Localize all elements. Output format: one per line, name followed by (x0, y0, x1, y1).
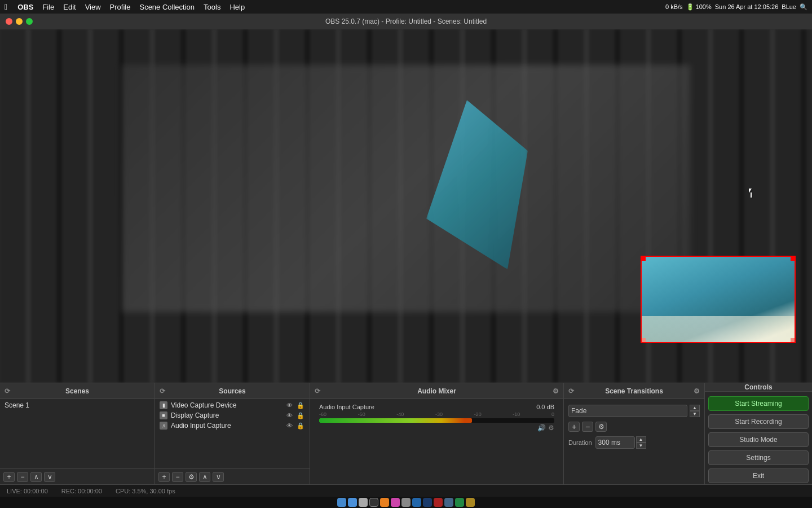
source-display-eye-icon[interactable]: 👁 (285, 412, 294, 419)
audio-track-1-header: Audio Input Capture 0.0 dB (319, 404, 554, 410)
audio-refresh-icon[interactable]: ⟳ (315, 387, 320, 395)
dock-icon-10[interactable] (444, 498, 453, 507)
dock-icon-5[interactable] (391, 498, 400, 507)
corner-handle-tl[interactable] (641, 256, 646, 261)
audio-panel-title: Audio Mixer (417, 387, 456, 395)
sources-move-up-button[interactable]: ∧ (199, 472, 210, 482)
menu-obs[interactable]: OBS (13, 0, 38, 14)
transitions-panel-title: Scene Transitions (605, 387, 663, 395)
source-item-display[interactable]: ■ Display Capture 👁 🔒 (155, 410, 310, 421)
duration-label: Duration (568, 439, 592, 446)
audio-panel-header: ⟳ Audio Mixer ⚙ (310, 383, 563, 399)
menubar-user: BLue (782, 3, 796, 10)
exit-button[interactable]: Exit (708, 468, 809, 483)
content-area: ⟳ Scenes Scene 1 + − ∧ ∨ ⟳ (0, 29, 812, 497)
transition-remove-button[interactable]: − (582, 422, 593, 432)
menu-scene-collection[interactable]: Scene Collection (135, 0, 199, 14)
sources-remove-button[interactable]: − (172, 472, 183, 482)
controls-panel-header: Controls (705, 383, 812, 392)
corner-handle-tr[interactable] (791, 256, 795, 261)
menubar:  OBS File Edit View Profile Scene Colle… (0, 0, 812, 14)
menubar-spotlight-icon[interactable]: 🔍 (800, 3, 807, 11)
sources-settings-button[interactable]: ⚙ (186, 472, 197, 482)
duration-down-button[interactable]: ▼ (636, 443, 646, 449)
close-button[interactable] (6, 18, 12, 25)
transition-controls: Fade ▲ ▼ + − ⚙ Duration (564, 400, 704, 453)
minimize-button[interactable] (16, 18, 23, 25)
bottom-panels: ⟳ Scenes Scene 1 + − ∧ ∨ ⟳ (0, 383, 812, 484)
dock-icon-12[interactable] (466, 498, 475, 507)
cpu-status: CPU: 3.5%, 30.00 fps (116, 488, 175, 494)
transition-toolbar: + − ⚙ (568, 422, 700, 432)
transition-down-button[interactable]: ▼ (690, 411, 700, 417)
menu-help[interactable]: Help (225, 0, 249, 14)
scenes-refresh-icon[interactable]: ⟳ (5, 387, 10, 395)
sources-move-down-button[interactable]: ∨ (213, 472, 224, 482)
dock-icon-9[interactable] (434, 498, 443, 507)
dock-icon-11[interactable] (455, 498, 464, 507)
menu-profile[interactable]: Profile (105, 0, 135, 14)
dock-chrome-icon[interactable] (348, 498, 357, 507)
transitions-panel: ⟳ Scene Transitions ⚙ Fade ▲ ▼ (564, 383, 705, 484)
transition-up-button[interactable]: ▲ (690, 405, 700, 411)
source-video-label: Video Capture Device (171, 401, 237, 409)
dock-terminal-icon[interactable] (369, 498, 378, 507)
source-display-lock-icon[interactable]: 🔒 (296, 412, 305, 419)
audio-track-1-db: 0.0 dB (536, 404, 554, 410)
controls-panel: Controls Start Streaming Start Recording… (705, 383, 812, 484)
sources-refresh-icon[interactable]: ⟳ (160, 387, 165, 395)
transitions-settings-icon[interactable]: ⚙ (694, 387, 700, 395)
audio-meter (319, 418, 554, 423)
source-video-eye-icon[interactable]: 👁 (285, 402, 294, 409)
source-audio-controls: 👁 🔒 (285, 422, 305, 430)
dock-icon-7[interactable] (412, 498, 421, 507)
audio-settings-icon[interactable]: ⚙ (553, 387, 559, 395)
window-title: OBS 25.0.7 (mac) - Profile: Untitled - S… (325, 17, 487, 25)
source-item-video[interactable]: ▮ Video Capture Device 👁 🔒 (155, 400, 310, 410)
source-audio-lock-icon[interactable]: 🔒 (296, 422, 305, 430)
transitions-refresh-icon[interactable]: ⟳ (568, 387, 574, 395)
menubar-battery: 🔋 100% (686, 3, 712, 11)
source-item-audio[interactable]: ♬ Audio Input Capture 👁 🔒 (155, 421, 310, 431)
start-recording-button[interactable]: Start Recording (708, 414, 809, 429)
scene-item-1[interactable]: Scene 1 (0, 400, 155, 410)
menu-view[interactable]: View (81, 0, 105, 14)
dock-finder2-icon[interactable] (359, 498, 368, 507)
scenes-move-down-button[interactable]: ∨ (44, 472, 55, 482)
source-audio-label: Audio Input Capture (171, 422, 231, 430)
menu-tools[interactable]: Tools (199, 0, 225, 14)
menubar-network: 0 kB/s (665, 3, 683, 10)
audio-settings-button[interactable]: ⚙ (548, 424, 554, 432)
controls-panel-title: Controls (744, 383, 772, 391)
preview-selected-source[interactable] (641, 256, 796, 343)
duration-input[interactable] (595, 436, 635, 449)
studio-mode-button[interactable]: Studio Mode (708, 432, 809, 447)
source-video-controls: 👁 🔒 (285, 402, 305, 409)
dock-finder-icon[interactable] (337, 498, 346, 507)
menu-edit[interactable]: Edit (59, 0, 80, 14)
menu-file[interactable]: File (38, 0, 59, 14)
start-streaming-button[interactable]: Start Streaming (708, 396, 809, 411)
audio-mute-button[interactable]: 🔊 (537, 424, 546, 432)
transition-type-select[interactable]: Fade (568, 405, 687, 417)
maximize-button[interactable] (26, 18, 33, 25)
sources-add-button[interactable]: + (158, 472, 170, 482)
scenes-move-up-button[interactable]: ∧ (30, 472, 42, 482)
transition-gear-button[interactable]: ⚙ (595, 422, 607, 432)
transition-add-button[interactable]: + (568, 422, 580, 432)
transition-arrows: ▲ ▼ (690, 405, 700, 417)
scenes-remove-button[interactable]: − (17, 472, 28, 482)
apple-menu-icon[interactable]:  (5, 2, 7, 11)
scenes-toolbar: + − ∧ ∨ (0, 468, 155, 484)
dock-icon-6[interactable] (401, 498, 411, 507)
duration-up-button[interactable]: ▲ (636, 436, 646, 443)
source-video-lock-icon[interactable]: 🔒 (296, 402, 305, 409)
sources-panel-header: ⟳ Sources (155, 383, 310, 399)
dock-vlc-icon[interactable] (380, 498, 389, 507)
dock-ps-icon[interactable] (423, 498, 432, 507)
audio-track-1: Audio Input Capture 0.0 dB -60 -50 -40 -… (315, 401, 559, 434)
scenes-add-button[interactable]: + (3, 472, 15, 482)
source-audio-eye-icon[interactable]: 👁 (285, 422, 294, 429)
settings-button[interactable]: Settings (708, 450, 809, 465)
audio-track-1-name: Audio Input Capture (319, 404, 374, 410)
